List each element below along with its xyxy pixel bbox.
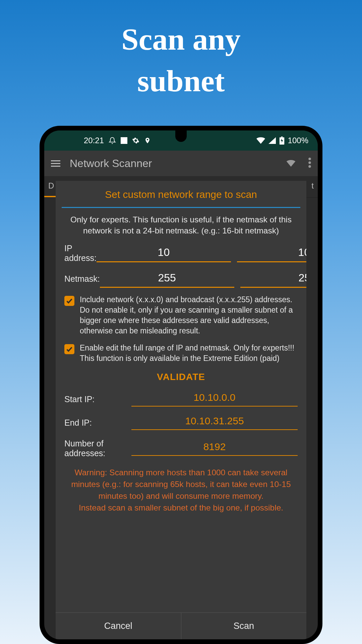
svg-point-5	[308, 165, 311, 168]
gear-icon	[132, 137, 139, 144]
hamburger-icon[interactable]	[51, 160, 60, 167]
app-bar: Network Scanner	[44, 151, 318, 176]
ip-address-label: IP address:	[64, 244, 97, 263]
bell-icon	[109, 137, 116, 144]
warning-text: Warning: Scanning more hosts than 1000 c…	[64, 467, 298, 514]
end-ip-value: 10.10.31.255	[131, 415, 298, 430]
custom-range-dialog: Set custom network range to scan Only fo…	[56, 181, 306, 639]
more-vert-icon[interactable]	[308, 158, 311, 169]
include-broadcast-checkbox[interactable]	[64, 296, 74, 306]
signal-icon	[268, 137, 276, 144]
svg-point-4	[308, 161, 311, 164]
end-ip-label: End IP:	[64, 418, 131, 428]
full-range-checkbox[interactable]	[64, 344, 74, 354]
start-ip-label: Start IP:	[64, 394, 131, 404]
validate-button[interactable]: VALIDATE	[64, 372, 298, 382]
start-ip-value: 10.10.0.0	[131, 392, 298, 407]
location-icon	[144, 137, 151, 145]
expert-note: Only for experts. This function is usefu…	[64, 214, 298, 236]
camera-notch	[175, 130, 187, 142]
statusbar-time: 20:21	[84, 136, 104, 145]
promo-line2: subnet	[137, 64, 225, 98]
ip-octet-2[interactable]	[237, 244, 306, 262]
netmask-octet-1[interactable]	[100, 270, 234, 288]
svg-point-3	[308, 158, 311, 160]
netmask-octet-2[interactable]	[240, 270, 306, 288]
num-addresses-label: Number of addresses:	[64, 439, 131, 458]
svg-rect-2	[281, 137, 283, 137]
battery-icon	[279, 137, 285, 145]
phone-screen: 20:21	[44, 130, 318, 639]
phone-frame: 20:21	[40, 126, 322, 644]
wifi-icon	[256, 137, 265, 144]
ip-octet-1[interactable]	[97, 244, 231, 262]
appbar-title: Network Scanner	[70, 157, 286, 170]
wifi-appbar-icon[interactable]	[286, 158, 296, 168]
square-icon	[121, 137, 127, 144]
dialog-title: Set custom network range to scan	[56, 181, 306, 207]
promo-line1: Scan any	[121, 22, 240, 56]
scan-button[interactable]: Scan	[181, 613, 307, 639]
promo-title: Scan any subnet	[0, 18, 362, 102]
num-addresses-value: 8192	[131, 441, 298, 456]
cancel-button[interactable]: Cancel	[56, 613, 181, 639]
svg-rect-0	[121, 137, 127, 144]
statusbar-battery: 100%	[288, 136, 308, 145]
netmask-label: Netmask:	[64, 274, 100, 284]
full-range-text: Enable edit the full range of IP and net…	[80, 343, 298, 364]
include-broadcast-text: Include network (x.x.x.0) and broadcast …	[80, 294, 298, 336]
